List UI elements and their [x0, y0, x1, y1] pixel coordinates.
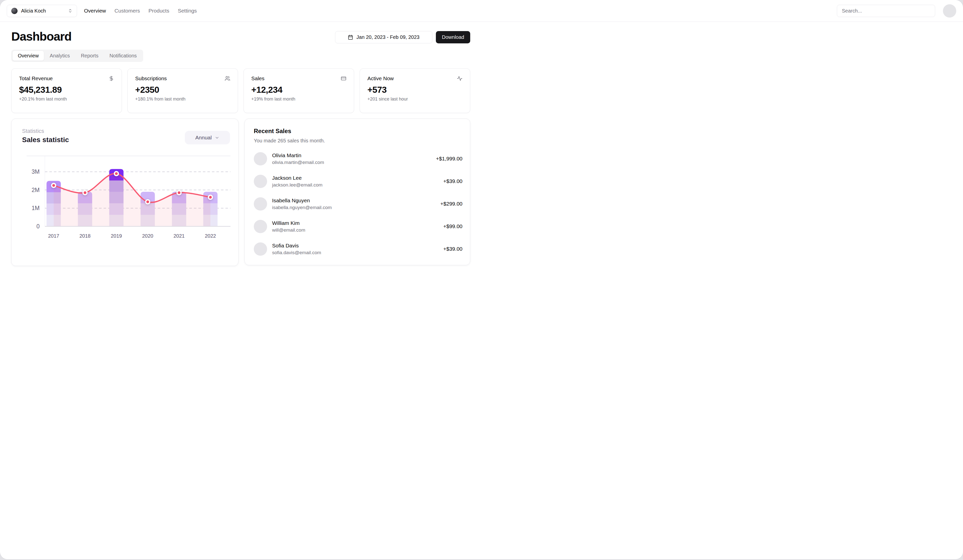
svg-text:1M: 1M	[32, 205, 40, 211]
stat-card-total-revenue: Total Revenue $45,231.89 +20.1% from las…	[11, 68, 122, 113]
sale-amount: +$1,999.00	[436, 156, 462, 162]
team-switcher[interactable]: Alicia Koch	[7, 5, 77, 17]
nav-products[interactable]: Products	[148, 8, 169, 14]
download-button[interactable]: Download	[436, 31, 470, 44]
avatar	[254, 152, 267, 165]
tab-overview[interactable]: Overview	[13, 51, 44, 61]
tab-reports[interactable]: Reports	[76, 51, 104, 61]
x-axis-labels: 201720182019202020212022	[48, 233, 216, 239]
team-avatar	[11, 8, 18, 14]
sale-row: Isabella Nguyen isabella.nguyen@email.co…	[254, 196, 462, 212]
stat-title: Sales	[251, 76, 264, 81]
sale-name: Jackson Lee	[272, 175, 323, 181]
trend-dots	[51, 171, 213, 204]
nav-settings[interactable]: Settings	[178, 8, 197, 14]
statistics-eyebrow: Statistics	[22, 128, 44, 134]
stat-value: +12,234	[251, 85, 346, 95]
chevrons-up-down-icon	[68, 8, 73, 13]
recent-sales-title: Recent Sales	[254, 127, 462, 135]
sale-email: sofia.davis@email.com	[272, 249, 321, 256]
avatar	[254, 243, 267, 256]
credit-card-icon	[341, 76, 346, 81]
chevron-down-icon	[215, 135, 219, 140]
tab-analytics[interactable]: Analytics	[44, 51, 75, 61]
date-range-button[interactable]: Jan 20, 2023 - Feb 09, 2023	[335, 31, 432, 44]
sale-email: will@email.com	[272, 227, 305, 233]
avatar	[254, 175, 267, 188]
nav-customers[interactable]: Customers	[115, 8, 140, 14]
period-label: Annual	[195, 134, 212, 141]
sale-name: Isabella Nguyen	[272, 197, 332, 204]
sale-name: Sofia Davis	[272, 242, 321, 249]
top-nav-bar: Alicia Koch Overview Customers Products …	[0, 0, 481, 22]
gridlines	[45, 172, 230, 208]
activity-icon	[457, 76, 462, 81]
stat-title: Active Now	[367, 76, 394, 81]
sale-email: jackson.lee@email.com	[272, 182, 323, 188]
sale-amount: +$299.00	[440, 201, 462, 207]
trend-area	[54, 173, 211, 227]
svg-text:2018: 2018	[79, 233, 91, 239]
sale-row: Sofia Davis sofia.davis@email.com +$39.0…	[254, 241, 462, 257]
sale-row: Jackson Lee jackson.lee@email.com +$39.0…	[254, 173, 462, 189]
avatar	[254, 220, 267, 233]
bars	[47, 169, 218, 227]
stat-card-sales: Sales +12,234 +19% from last month	[243, 68, 354, 113]
svg-text:2020: 2020	[142, 233, 154, 239]
sale-amount: +$99.00	[443, 223, 463, 229]
stat-change: +19% from last month	[251, 97, 346, 102]
tab-notifications[interactable]: Notifications	[104, 51, 142, 61]
svg-text:2M: 2M	[32, 187, 40, 193]
calendar-icon	[348, 35, 353, 40]
recent-sales-card: Recent Sales You made 265 sales this mon…	[245, 118, 470, 265]
svg-text:2019: 2019	[111, 233, 122, 239]
dashboard-tabs: Overview Analytics Reports Notifications	[11, 50, 143, 62]
stat-value: +573	[367, 85, 462, 95]
statistics-title: Sales statistic	[22, 136, 69, 144]
sale-amount: +$39.00	[443, 178, 463, 184]
recent-sales-subtitle: You made 265 sales this month.	[254, 138, 462, 144]
svg-text:2022: 2022	[205, 233, 216, 239]
sale-name: William Kim	[272, 220, 305, 227]
trend-line	[54, 173, 211, 202]
y-axis-labels: 01M2M3M	[32, 168, 40, 230]
stat-cards-row: Total Revenue $45,231.89 +20.1% from las…	[11, 68, 470, 113]
nav-overview[interactable]: Overview	[84, 8, 106, 14]
svg-text:0: 0	[36, 223, 40, 230]
app-window: Alicia Koch Overview Customers Products …	[0, 0, 481, 280]
team-name: Alicia Koch	[21, 8, 46, 14]
stat-value: +2350	[135, 85, 230, 95]
sale-amount: +$39.00	[443, 246, 463, 252]
svg-text:3M: 3M	[32, 168, 40, 175]
stat-card-subscriptions: Subscriptions +2350 +180.1% from last mo…	[127, 68, 238, 113]
statistics-card: Statistics Sales statistic Annual 01M2M3…	[11, 118, 238, 266]
stat-change: +180.1% from last month	[135, 97, 230, 102]
sale-email: olivia.martin@email.com	[272, 159, 324, 165]
dollar-sign-icon	[109, 76, 114, 81]
period-select[interactable]: Annual	[185, 131, 230, 144]
stat-change: +201 since last hour	[367, 97, 462, 102]
users-icon	[225, 76, 230, 81]
date-range-label: Jan 20, 2023 - Feb 09, 2023	[357, 34, 419, 40]
stat-value: $45,231.89	[19, 85, 114, 95]
recent-sales-list: Olivia Martin olivia.martin@email.com +$…	[254, 151, 462, 257]
sale-email: isabella.nguyen@email.com	[272, 204, 332, 210]
avatar	[254, 197, 267, 210]
main-nav: Overview Customers Products Settings	[84, 8, 197, 14]
stat-card-active-now: Active Now +573 +201 since last hour	[360, 68, 470, 113]
svg-text:2017: 2017	[48, 233, 60, 239]
sale-name: Olivia Martin	[272, 152, 324, 159]
stat-title: Subscriptions	[135, 76, 167, 81]
page-title: Dashboard	[11, 29, 71, 44]
svg-text:2021: 2021	[173, 233, 185, 239]
stat-title: Total Revenue	[19, 76, 53, 81]
stat-change: +20.1% from last month	[19, 97, 114, 102]
sale-row: Olivia Martin olivia.martin@email.com +$…	[254, 151, 462, 167]
sale-row: William Kim will@email.com +$99.00	[254, 218, 462, 235]
